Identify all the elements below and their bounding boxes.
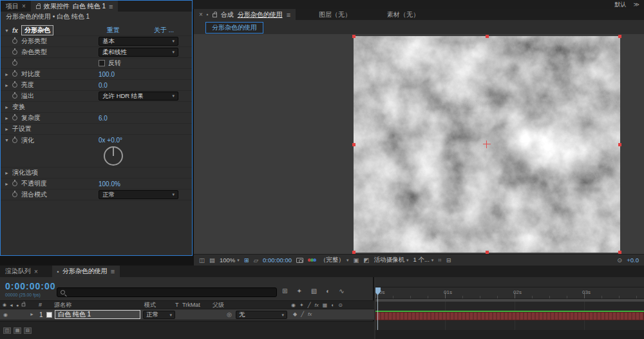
stopwatch-icon[interactable] bbox=[12, 50, 17, 55]
exposure-icon[interactable]: ⊙ bbox=[617, 257, 622, 264]
always-preview-icon[interactable]: ◫ bbox=[199, 257, 205, 264]
motion-blur-icon[interactable]: ◐ bbox=[326, 287, 330, 295]
tab-footage[interactable]: 素材（无） bbox=[382, 9, 424, 20]
transparency-grid-icon[interactable]: ◩ bbox=[363, 257, 369, 264]
close-icon[interactable]: × bbox=[199, 11, 203, 18]
twirl-closed-icon[interactable]: ► bbox=[5, 72, 12, 77]
tab-render-queue[interactable]: 渲染队列 × bbox=[0, 266, 43, 277]
composition-view[interactable] bbox=[354, 36, 620, 253]
fx-badge-icon[interactable]: fx bbox=[12, 27, 18, 34]
stopwatch-icon[interactable] bbox=[12, 115, 17, 121]
stopwatch-icon[interactable] bbox=[12, 39, 17, 44]
twirl-closed-icon[interactable]: ► bbox=[5, 105, 12, 110]
lock-icon[interactable] bbox=[36, 5, 41, 9]
complexity-value[interactable]: 6.0 bbox=[99, 115, 108, 122]
twirl-closed-icon[interactable]: ► bbox=[5, 171, 12, 175]
stopwatch-icon[interactable] bbox=[12, 61, 17, 66]
column-t[interactable]: T bbox=[175, 302, 179, 308]
layer-mode-dropdown[interactable]: 正常 ▾ bbox=[143, 311, 175, 319]
workspace-label[interactable]: 默认 bbox=[615, 1, 627, 9]
workspace-overflow-icon[interactable]: ≫ bbox=[634, 1, 639, 8]
exposure-value[interactable]: +0.0 bbox=[627, 257, 639, 264]
view-layout-icon[interactable]: ⌗ bbox=[438, 257, 441, 264]
blend-mode-dropdown[interactable]: 正常 ▾ bbox=[99, 190, 178, 199]
opacity-value[interactable]: 100.0% bbox=[99, 180, 120, 188]
solid-color-swatch[interactable] bbox=[46, 312, 52, 318]
layer-parent-dropdown[interactable]: 无 ▾ bbox=[236, 311, 287, 319]
layer-name-box[interactable]: 白色 纯色 1 bbox=[55, 310, 140, 319]
column-parent[interactable]: 父级 bbox=[213, 301, 224, 309]
quality-switch-icon[interactable]: ╱ bbox=[308, 302, 311, 308]
column-source-name[interactable]: 源名称 bbox=[54, 301, 71, 309]
three-d-switch-icon[interactable]: ⊙ bbox=[338, 302, 343, 308]
frame-blend-switch-icon[interactable]: ▦ bbox=[323, 302, 328, 308]
contrast-value[interactable]: 100.0 bbox=[99, 71, 115, 78]
toggle-transfer-controls-button[interactable]: ▤ bbox=[14, 327, 21, 334]
fx-switch-icon[interactable]: fx bbox=[315, 302, 319, 308]
selection-handle[interactable] bbox=[352, 143, 355, 146]
search-input[interactable] bbox=[68, 289, 261, 296]
twirl-closed-icon[interactable]: ► bbox=[5, 116, 12, 121]
close-icon[interactable]: × bbox=[22, 3, 26, 10]
layer-visibility-eye-icon[interactable]: ◉ bbox=[3, 312, 8, 318]
evolution-dial[interactable] bbox=[104, 146, 123, 166]
close-icon[interactable]: × bbox=[34, 268, 38, 275]
mask-visibility-icon[interactable]: ▱ bbox=[254, 257, 258, 264]
selection-handle[interactable] bbox=[486, 35, 489, 38]
twirl-open-icon[interactable]: ▼ bbox=[5, 138, 12, 142]
selection-handle[interactable] bbox=[352, 35, 355, 38]
tab-composition[interactable]: × ▪ 合成 分形杂色的使用 ≡ bbox=[194, 9, 296, 20]
grid-guides-icon[interactable]: ⊞ bbox=[244, 257, 249, 264]
column-number[interactable]: # bbox=[39, 302, 42, 308]
tab-timeline-comp[interactable]: ▪ 分形杂色的使用 ≡ bbox=[52, 266, 120, 277]
panel-menu-icon[interactable]: ≡ bbox=[109, 3, 113, 10]
selection-handle[interactable] bbox=[618, 143, 621, 146]
view-count-dropdown[interactable]: 1 个... ▾ bbox=[413, 256, 433, 264]
layer-duration-bar[interactable] bbox=[375, 312, 644, 320]
timeline-current-time[interactable]: 0:00:00:00 bbox=[5, 281, 56, 291]
anchor-point-icon[interactable] bbox=[483, 140, 491, 148]
panel-menu-icon[interactable]: ≡ bbox=[111, 267, 115, 275]
time-ruler[interactable]: 0s 01s 02s 03s bbox=[375, 287, 644, 299]
parent-pickwhip-icon[interactable]: ◎ bbox=[227, 311, 232, 318]
tab-project[interactable]: 项目 × bbox=[1, 1, 31, 12]
lock-icon[interactable] bbox=[213, 14, 217, 17]
timeline-navigator[interactable] bbox=[375, 277, 644, 287]
draft-3d-icon[interactable]: ✦ bbox=[296, 287, 301, 295]
graph-editor-icon[interactable]: ∿ bbox=[339, 287, 344, 295]
mini-flowchart-icon[interactable]: ⊞ bbox=[282, 287, 287, 295]
snapshot-camera-icon[interactable] bbox=[296, 258, 303, 263]
toggle-time-panes-button[interactable]: ⊟ bbox=[24, 327, 32, 334]
invert-checkbox[interactable] bbox=[99, 60, 105, 66]
toggle-layer-switches-button[interactable]: ◫ bbox=[3, 327, 11, 334]
monitor-icon[interactable]: ▤ bbox=[209, 257, 215, 264]
current-time-display[interactable]: 0:00:00:00 bbox=[263, 257, 292, 264]
active-camera-dropdown[interactable]: 活动摄像机 ▾ bbox=[374, 256, 408, 264]
stopwatch-icon[interactable] bbox=[12, 192, 17, 197]
panel-menu-icon[interactable]: ≡ bbox=[287, 11, 290, 19]
twirl-closed-icon[interactable]: ► bbox=[5, 83, 12, 88]
about-link[interactable]: 关于 ... bbox=[154, 26, 174, 35]
fractal-type-dropdown[interactable]: 基本 ▾ bbox=[99, 37, 178, 46]
collapse-switch-icon[interactable]: ✦ bbox=[299, 302, 304, 308]
stopwatch-icon[interactable] bbox=[12, 138, 17, 143]
layer-row[interactable]: ◉ ► 1 白色 纯色 1 正常 ▾ ◎ 无 ▾ ◆ ╱ fx bbox=[0, 309, 374, 320]
magnification-dropdown[interactable]: 100% ▾ bbox=[220, 257, 240, 264]
layer-twirl-icon[interactable]: ► bbox=[30, 312, 34, 316]
column-trkmat[interactable]: TrkMat bbox=[182, 302, 200, 308]
stopwatch-icon[interactable] bbox=[12, 82, 17, 88]
viewer-area[interactable] bbox=[194, 34, 644, 254]
stopwatch-icon[interactable] bbox=[12, 181, 17, 186]
frame-blend-icon[interactable]: ▧ bbox=[311, 287, 317, 295]
layer-collapse-switch-icon[interactable]: ◆ bbox=[293, 311, 297, 317]
region-of-interest-icon[interactable]: ▣ bbox=[354, 257, 359, 264]
tab-effect-controls[interactable]: 效果控件 白色 纯色 1 ≡ bbox=[31, 1, 118, 12]
overflow-dropdown[interactable]: 允许 HDR 结果 ▾ bbox=[99, 92, 178, 101]
resolution-dropdown[interactable]: （完整） ▾ bbox=[320, 256, 349, 264]
stopwatch-icon[interactable] bbox=[12, 93, 17, 99]
twirl-open-icon[interactable]: ▼ bbox=[5, 28, 12, 33]
motion-blur-switch-icon[interactable]: ◐ bbox=[331, 302, 334, 308]
layer-quality-switch-icon[interactable]: ╱ bbox=[301, 311, 304, 317]
evolution-value[interactable]: 0x +0.0° bbox=[99, 137, 122, 144]
brightness-value[interactable]: 0.0 bbox=[99, 82, 108, 89]
